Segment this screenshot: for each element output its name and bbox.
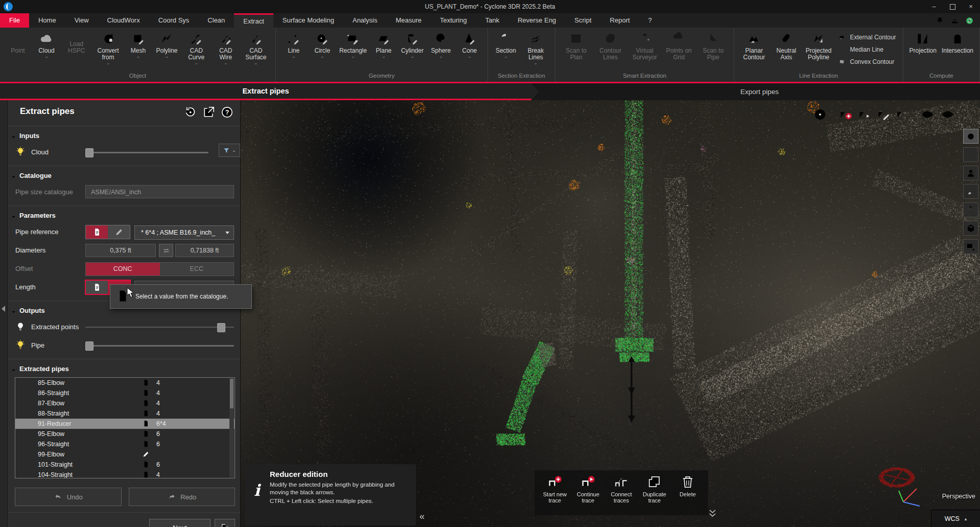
menu-surface-modeling[interactable]: Surface Modeling [273, 13, 343, 28]
toolbar-button-start-new-trace[interactable]: Start new trace [539, 474, 571, 512]
ribbon-button-polyline[interactable]: Polyline⌄ [153, 28, 181, 60]
offset-conc-option[interactable]: CONC [86, 263, 160, 276]
menu-report[interactable]: Report [601, 13, 639, 28]
swap-diameters-button[interactable] [159, 244, 173, 257]
person-button[interactable] [963, 166, 978, 180]
target-button[interactable] [963, 129, 978, 144]
brush-button[interactable] [963, 184, 978, 199]
panel-collapse-strip[interactable] [0, 100, 8, 527]
trace-edit-icon[interactable] [876, 107, 891, 122]
menu-analysis[interactable]: Analysis [343, 13, 386, 28]
catalogue-value-button[interactable] [86, 281, 108, 294]
ribbon-button-sphere[interactable]: Sphere⌄ [427, 28, 455, 60]
pipe-list-row[interactable]: 96-Straight6 [15, 439, 235, 449]
pipe-list-row[interactable]: 87-Elbow4 [15, 398, 235, 408]
menu-cloudworx[interactable]: CloudWorx [98, 13, 149, 28]
next-button[interactable]: Next [149, 519, 211, 527]
ribbon-button-projection[interactable]: Projection [907, 28, 939, 60]
surveyor-button[interactable] [963, 202, 978, 217]
pipe-slider[interactable] [85, 338, 234, 353]
ribbon-button-cone[interactable]: Cone⌄ [455, 28, 484, 60]
pipe-list-row[interactable]: 95-Elbow6 [15, 429, 235, 439]
collapse-panel-icon[interactable] [2, 306, 5, 312]
menu-reverse-eng[interactable]: Reverse Eng [508, 13, 565, 28]
pipe-list-row[interactable]: 99-Elbow [15, 449, 235, 460]
extracted-pipes-list[interactable]: 85-Elbow486-Straight487-Elbow488-Straigh… [15, 377, 235, 478]
history-icon[interactable] [183, 105, 197, 119]
trace-add-icon[interactable] [838, 107, 853, 122]
ribbon-button-planar-contour[interactable]: Planar Contour [738, 28, 770, 66]
3d-viewport[interactable]: i Reducer edition Modify the selected pi… [241, 100, 980, 527]
trace-play-icon[interactable] [857, 107, 872, 122]
toolbar-button-continue-trace[interactable]: Continue trace [572, 474, 604, 512]
pipe-reference-dropdown[interactable]: * 6*4 ; ASME B16.9_inch_ [134, 225, 234, 240]
menu-tank[interactable]: Tank [476, 13, 508, 28]
ribbon-button-cad-curve[interactable]: CAD Curve⌄ [181, 28, 212, 66]
tab-export-pipes[interactable]: Export pipes [539, 83, 980, 100]
menu-extract[interactable]: Extract [234, 13, 273, 28]
ribbon-button-external-contour[interactable]: External Contour [838, 33, 896, 41]
ribbon-button-circle[interactable]: Circle⌄ [308, 28, 337, 60]
exit-command-button[interactable] [215, 519, 235, 527]
collapse-toolbar-icon[interactable] [709, 509, 716, 518]
ribbon-button-intersection[interactable]: Intersection [939, 28, 976, 60]
cube-button[interactable] [963, 221, 978, 236]
popout-icon[interactable] [202, 105, 216, 119]
menu-coord-sys[interactable]: Coord Sys [149, 13, 199, 28]
axes-button[interactable] [963, 147, 978, 162]
inputs-header[interactable]: Inputs [8, 128, 240, 143]
offset-ecc-option[interactable]: ECC [160, 263, 234, 276]
trace-visibility-icon[interactable] [920, 107, 935, 122]
menu-view[interactable]: View [65, 13, 98, 28]
diameter-2-field[interactable]: 0,71838 ft [175, 244, 234, 257]
menu-home[interactable]: Home [29, 13, 65, 28]
visibility-bulb-icon[interactable] [15, 321, 26, 332]
export-view-button[interactable] [963, 239, 978, 254]
ribbon-button-cad-wire[interactable]: CAD Wire⌄ [212, 28, 240, 66]
point-cloud-canvas[interactable] [241, 100, 980, 527]
undo-button[interactable]: Undo [15, 488, 122, 506]
tab-extract-pipes[interactable]: Extract pipes [0, 83, 531, 100]
bell-icon[interactable] [936, 16, 944, 25]
cloud-filter-button[interactable]: ⌄ [219, 144, 240, 157]
ribbon-button-convert-from[interactable]: Convert from⌄ [92, 28, 124, 66]
slider-handle[interactable] [85, 148, 94, 157]
visibility-bulb-icon[interactable] [15, 146, 26, 157]
extracted-pipes-header[interactable]: Extracted pipes [8, 361, 240, 376]
ribbon-button-neutral-axis[interactable]: Neutral Axis [770, 28, 802, 66]
menu-file[interactable]: File [0, 13, 29, 28]
pipe-list-row[interactable]: 86-Straight4 [15, 388, 235, 398]
ribbon-button-cloud[interactable]: Cloud⌄ [32, 28, 61, 60]
pipe-list-row[interactable]: 88-Straight4 [15, 408, 235, 419]
projection-mode-label[interactable]: Perspective [942, 493, 975, 500]
pipe-list-row[interactable]: 85-Elbow4 [15, 378, 235, 388]
parameters-header[interactable]: Parameters [8, 208, 240, 223]
snap-circle-icon[interactable] [812, 107, 828, 122]
sync-icon[interactable] [965, 16, 974, 25]
ribbon-button-section[interactable]: Section⌄ [492, 28, 520, 60]
redo-button[interactable]: Redo [129, 488, 236, 506]
menu-measure[interactable]: Measure [386, 13, 431, 28]
cloud-opacity-slider[interactable] [85, 145, 208, 159]
ribbon-button-mesh[interactable]: Mesh⌄ [124, 28, 153, 60]
slider-handle[interactable] [217, 323, 225, 332]
length-edit-arrow[interactable] [625, 356, 638, 423]
ribbon-button-plane[interactable]: Plane⌄ [369, 28, 398, 60]
ribbon-button-rectangle[interactable]: Rectangle⌄ [337, 28, 369, 60]
ribbon-button-cad-surface[interactable]: CAD Surface⌄ [240, 28, 272, 66]
diameter-1-field[interactable]: 0,375 ft [85, 244, 156, 257]
ribbon-button-median-line[interactable]: Median Line [838, 45, 896, 54]
ribbon-button-convex-contour[interactable]: Convex Contour [838, 57, 896, 66]
wcs-selector[interactable]: WCS ▴ [931, 510, 980, 527]
menu-script[interactable]: Script [565, 13, 600, 28]
menu-texturing[interactable]: Texturing [431, 13, 476, 28]
collapse-infobox-icon[interactable]: « [419, 511, 425, 522]
download-icon[interactable] [950, 16, 959, 25]
maximize-button[interactable] [943, 0, 962, 13]
help-icon[interactable]: ? [220, 105, 234, 119]
ribbon-button-line[interactable]: Line⌄ [279, 28, 308, 60]
trace-pen-icon[interactable] [895, 107, 910, 122]
extracted-points-slider[interactable] [85, 320, 234, 334]
scrollbar-thumb[interactable] [230, 379, 234, 408]
pipe-list-row[interactable]: 91-Reducer6*4 [15, 419, 235, 429]
